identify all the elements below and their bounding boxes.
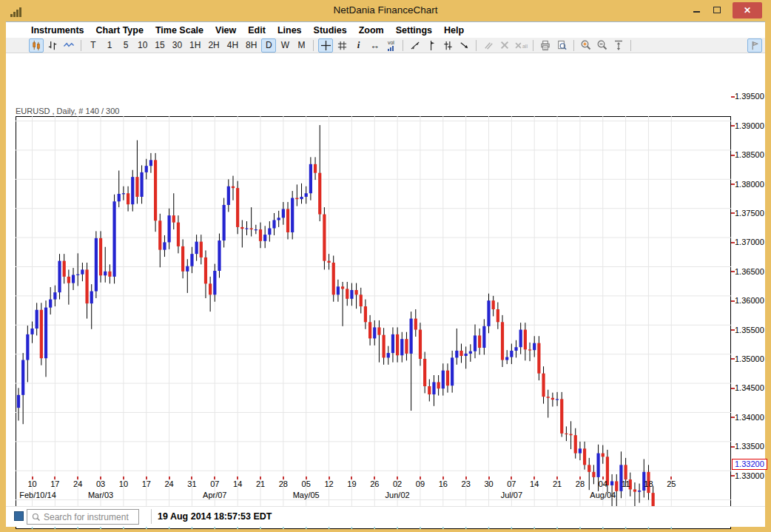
vertical-line-button[interactable] (424, 38, 439, 53)
zoom-out-button[interactable] (595, 38, 610, 53)
x-axis-label: 31 (181, 479, 203, 488)
horizontal-scroll-button[interactable]: ↔ (367, 38, 382, 53)
trendline-button[interactable] (408, 38, 422, 53)
timeframe-daily-button[interactable]: D (261, 38, 276, 53)
menu-studies[interactable]: Studies (308, 25, 353, 36)
toolbar-separator (81, 40, 81, 51)
y-axis-label: 1.37000 (735, 238, 770, 246)
candle-down (542, 374, 545, 397)
candle-down (327, 261, 330, 263)
menu-edit[interactable]: Edit (242, 25, 272, 36)
timeframe-8h-button[interactable]: 8H (243, 38, 260, 53)
candle-up (26, 334, 29, 360)
candle-up (400, 339, 403, 355)
candle-down (236, 188, 239, 227)
candle-up (118, 194, 121, 201)
candle-up (442, 371, 445, 388)
y-axis-label: 1.33500 (735, 442, 770, 451)
delete-all-lines-button[interactable]: all (514, 38, 528, 53)
candlestick-plot[interactable] (16, 116, 731, 529)
timeframe-2h-button[interactable]: 2H (205, 38, 222, 53)
y-axis-label: 1.34000 (735, 413, 770, 422)
candle-down (592, 472, 595, 477)
info-button[interactable]: i (351, 38, 366, 53)
menu-lines[interactable]: Lines (272, 25, 308, 36)
candle-up (122, 193, 125, 194)
timeframe-monthly-button[interactable]: M (294, 38, 309, 53)
status-bar: 19 Aug 2014 18:57:53 EDT (6, 506, 765, 527)
line-chart-button[interactable] (61, 38, 76, 53)
timeframe-weekly-button[interactable]: W (277, 38, 292, 53)
search-box[interactable] (27, 509, 139, 525)
channel-button[interactable] (440, 38, 455, 53)
ray-arrow-icon (459, 40, 470, 51)
menu-help[interactable]: Help (438, 25, 470, 36)
menu-view[interactable]: View (209, 25, 242, 36)
y-axis-tick (731, 358, 735, 360)
candle-up (30, 329, 33, 334)
candle-up (53, 292, 56, 299)
fit-vertical-button[interactable] (611, 38, 626, 53)
toolbar-separator (403, 40, 403, 51)
y-axis-tick (731, 155, 735, 156)
timeframe-10m-button[interactable]: 10 (135, 38, 150, 53)
pin-panel-button[interactable] (747, 38, 762, 53)
candle-up (514, 347, 517, 351)
candle-up (72, 275, 75, 283)
toolbar-separator (476, 40, 477, 51)
y-axis-tick (731, 183, 735, 185)
candle-down (478, 335, 481, 348)
candle-down (396, 334, 399, 355)
x-axis-label: 10 (112, 479, 135, 488)
candle-up (190, 254, 193, 266)
candle-down (314, 164, 317, 173)
menu-instruments[interactable]: Instruments (25, 25, 90, 36)
y-axis-label: 1.39000 (735, 121, 770, 130)
printer-icon (539, 40, 551, 51)
y-axis-label: 1.35500 (735, 326, 770, 334)
timeframe-15m-button[interactable]: 15 (152, 38, 167, 53)
edit-lines-button[interactable] (481, 38, 496, 53)
candle-up (373, 327, 376, 338)
zoom-in-button[interactable] (579, 38, 593, 53)
timeframe-4h-button[interactable]: 4H (224, 38, 241, 53)
candle-up (81, 269, 84, 274)
timeframe-tick-button[interactable]: T (86, 38, 101, 53)
candle-up (465, 354, 468, 356)
print-button[interactable] (538, 38, 553, 53)
x-axis-label: 19 (340, 479, 363, 488)
toolbar-separator (630, 40, 631, 51)
timeframe-1h-button[interactable]: 1H (186, 38, 203, 53)
search-input[interactable] (44, 512, 131, 522)
y-axis-tick (731, 446, 735, 448)
close-button[interactable]: ✕ (733, 2, 762, 18)
candle-down (250, 228, 253, 229)
minimize-button[interactable] (687, 0, 706, 19)
candle-down (528, 349, 531, 350)
candlestick-chart-button[interactable] (29, 38, 44, 53)
menu-chart-type[interactable]: Chart Type (90, 25, 149, 36)
menu-time-scale[interactable]: Time Scale (149, 25, 209, 36)
fit-vertical-icon (613, 39, 624, 51)
candle-up (140, 172, 143, 197)
delete-line-button[interactable] (497, 38, 512, 53)
timeframe-1m-button[interactable]: 1 (102, 38, 117, 53)
menu-settings[interactable]: Settings (390, 25, 438, 36)
ray-button[interactable] (457, 38, 471, 53)
candle-up (519, 330, 522, 348)
maximize-button[interactable] (707, 0, 727, 19)
title-bar[interactable]: NetDania FinanceChart ✕ (0, 0, 771, 21)
candle-down (602, 454, 605, 457)
grid-button[interactable] (334, 38, 349, 53)
ohlc-bars-button[interactable] (45, 38, 60, 53)
candle-up (17, 395, 20, 408)
candle-down (240, 227, 243, 229)
candle-down (341, 286, 344, 289)
timeframe-5m-button[interactable]: 5 (118, 38, 133, 53)
y-axis-tick (731, 417, 735, 418)
crosshair-button[interactable] (318, 38, 333, 53)
print-preview-button[interactable] (554, 38, 569, 53)
timeframe-30m-button[interactable]: 30 (169, 38, 185, 53)
menu-zoom[interactable]: Zoom (353, 25, 390, 36)
volume-button[interactable]: vol (383, 38, 398, 53)
